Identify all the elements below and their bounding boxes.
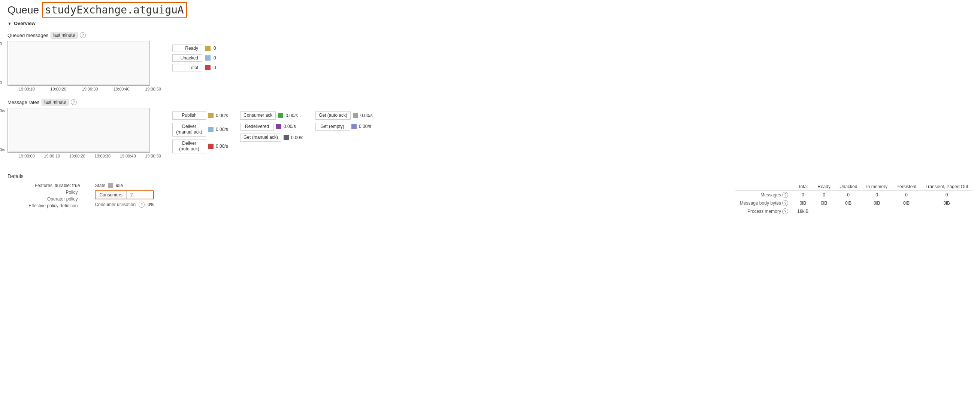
consumer-ack-color-icon: [278, 113, 283, 118]
unacked-color-icon: [205, 55, 210, 60]
legend-total-label: Total: [172, 64, 202, 71]
message-rates-chart: [8, 108, 150, 153]
effective-policy-label: Effective policy definition: [29, 203, 78, 208]
message-rates-y-labels: 1.0/s 0.0/s: [0, 108, 5, 153]
state-label: State: [95, 183, 105, 188]
rate-publish: Publish 0.00/s: [172, 111, 233, 120]
rate-consumer-ack: Consumer ack 0.00/s: [240, 111, 308, 120]
policy-row: Policy: [8, 190, 80, 195]
messages-label: Messages ?: [735, 191, 793, 200]
utilisation-row: Consumer utilisation ? 0%: [95, 202, 154, 208]
queued-messages-help[interactable]: ?: [80, 32, 86, 38]
rate-get-auto-value: 0.00/s: [360, 113, 377, 118]
rate-get-auto: Get (auto ack) 0.00/s: [315, 111, 377, 120]
publish-color-icon: [208, 113, 213, 118]
stats-row-body-bytes: Message body bytes ? 0iB 0iB 0iB 0iB 0iB…: [735, 199, 972, 207]
message-rates-chart-wrap: 1.0/s 0.0/s: [8, 108, 161, 153]
message-rates-label: Message rates: [8, 100, 39, 105]
features-label: Features: [8, 183, 52, 188]
body-bytes-persistent: 0iB: [892, 199, 921, 207]
rate-publish-label: Publish: [172, 111, 206, 120]
rates-col-1: Publish 0.00/s Deliver(manual ack) 0.00/…: [172, 111, 233, 154]
details-divider: [8, 166, 972, 166]
messages-help-icon[interactable]: ?: [782, 192, 788, 198]
process-memory-ready: [813, 207, 835, 215]
queued-messages-x-labels: 19:00:10 19:00:20 19:00:30 19:00:40 19:0…: [19, 87, 161, 91]
deliver-auto-color-icon: [208, 144, 213, 149]
consumer-utilisation-help[interactable]: ?: [138, 202, 145, 208]
messages-persistent: 0: [892, 191, 921, 200]
body-bytes-help-icon[interactable]: ?: [782, 200, 788, 206]
page-title: Queue studyExchange.atguiguA: [8, 4, 972, 16]
consumer-utilisation-value: 0%: [148, 202, 154, 207]
stats-col-persistent: Persistent: [892, 183, 921, 191]
rates-col-2: Consumer ack 0.00/s Redelivered 0.00/s G…: [240, 111, 308, 154]
messages-ready: 0: [813, 191, 835, 200]
operator-policy-row: Operator policy: [8, 196, 80, 202]
overview-section-header: ▼ Overview: [8, 19, 972, 28]
body-bytes-ready: 0iB: [813, 199, 835, 207]
queued-messages-timeframe[interactable]: last minute: [51, 32, 78, 38]
stats-table: Total Ready Unacked In memory Persistent…: [735, 183, 972, 215]
operator-policy-label: Operator policy: [33, 196, 78, 202]
legend-total-value: 0: [213, 65, 225, 70]
stats-col-ready: Ready: [813, 183, 835, 191]
legend-unacked-value: 0: [213, 55, 225, 60]
details-middle-col: State idle Consumers 2 Consumer utilisat…: [95, 183, 154, 208]
legend-ready: Ready 0: [172, 44, 225, 52]
rate-publish-value: 0.00/s: [216, 113, 233, 118]
queued-messages-chart-wrap: 1.0 0.0: [8, 41, 161, 86]
message-rates-chart-row: 1.0/s 0.0/s 19:00:00 19:00:10 19:00:20 1…: [8, 108, 972, 158]
body-bytes-label: Message body bytes ?: [735, 199, 793, 207]
rate-deliver-manual-value: 0.00/s: [216, 127, 233, 132]
body-bytes-unacked: 0iB: [835, 199, 862, 207]
message-rates-timeframe[interactable]: last minute: [41, 99, 68, 106]
deliver-manual-color-icon: [208, 127, 213, 132]
stats-row-process-memory: Process memory ? 18kiB: [735, 207, 972, 215]
queued-messages-chart: [8, 41, 150, 86]
messages-transient: 0: [921, 191, 972, 200]
legend-ready-label: Ready: [172, 44, 202, 52]
stats-col-total: Total: [793, 183, 813, 191]
body-bytes-transient: 0iB: [921, 199, 972, 207]
rate-get-manual-label: Get (manual ack): [240, 133, 282, 142]
legend-ready-value: 0: [213, 46, 225, 51]
message-rates-title: Message rates last minute ?: [8, 99, 972, 106]
body-bytes-total: 0iB: [793, 199, 813, 207]
get-manual-color-icon: [283, 135, 289, 140]
messages-total: 0: [793, 191, 813, 200]
state-value: idle: [116, 183, 123, 188]
rates-col-3: Get (auto ack) 0.00/s Get (empty) 0.00/s: [315, 111, 377, 154]
rate-get-manual-value: 0.00/s: [291, 135, 308, 140]
policy-label: Policy: [33, 190, 78, 195]
process-memory-label: Process memory ?: [735, 207, 793, 215]
rate-deliver-auto: Deliver(auto ack) 0.00/s: [172, 139, 233, 154]
stats-row-messages: Messages ? 0 0 0 0 0 0: [735, 191, 972, 200]
rate-get-empty-label: Get (empty): [315, 123, 349, 131]
queued-messages-y-labels: 1.0 0.0: [0, 41, 2, 86]
queued-messages-title: Queued messages last minute ?: [8, 32, 972, 38]
stats-table-wrap: Total Ready Unacked In memory Persistent…: [735, 183, 972, 215]
rate-deliver-manual-label: Deliver(manual ack): [172, 123, 206, 136]
rate-deliver-manual: Deliver(manual ack) 0.00/s: [172, 123, 233, 136]
message-rates-legend: Publish 0.00/s Deliver(manual ack) 0.00/…: [172, 108, 377, 154]
rate-get-empty: Get (empty) 0.00/s: [315, 123, 377, 131]
rate-consumer-ack-label: Consumer ack: [240, 111, 276, 120]
legend-unacked: Unacked 0: [172, 54, 225, 62]
queued-messages-label: Queued messages: [8, 33, 48, 38]
rate-get-auto-label: Get (auto ack): [315, 111, 351, 120]
details-grid: Features durable: true Policy Operator p…: [8, 183, 972, 215]
message-rates-help[interactable]: ?: [71, 99, 77, 105]
legend-unacked-label: Unacked: [172, 54, 202, 62]
stats-col-unacked: Unacked: [835, 183, 862, 191]
queued-messages-chart-row: 1.0 0.0 19:00:10 19:00:20 19:00:30 19:00…: [8, 41, 972, 91]
queue-name: studyExchange.atguiguA: [42, 2, 187, 17]
details-left-col: Features durable: true Policy Operator p…: [8, 183, 80, 208]
process-memory-help-icon[interactable]: ?: [782, 208, 788, 214]
svg-rect-3: [9, 108, 149, 152]
effective-policy-row: Effective policy definition: [8, 203, 80, 208]
rate-redelivered-label: Redelivered: [240, 123, 274, 131]
rate-get-manual: Get (manual ack) 0.00/s: [240, 133, 308, 142]
collapse-arrow-icon[interactable]: ▼: [8, 21, 12, 26]
consumers-label: Consumers: [95, 191, 126, 199]
